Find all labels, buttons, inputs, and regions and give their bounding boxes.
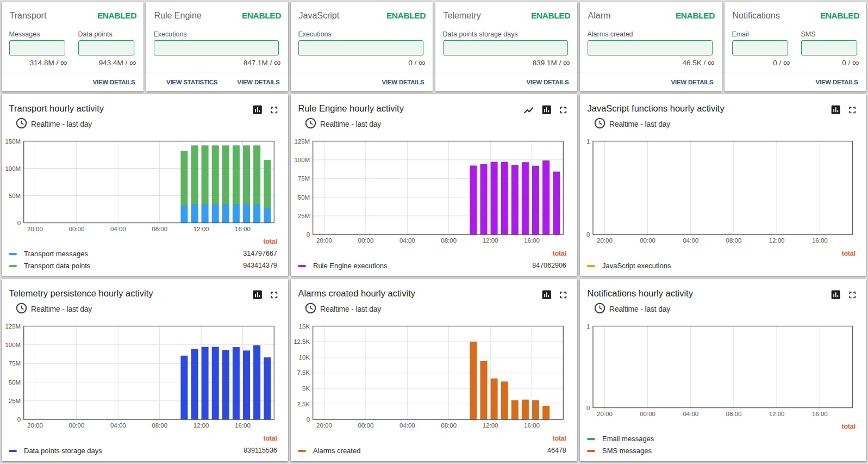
svg-text:04:00: 04:00 xyxy=(683,237,698,244)
svg-text:08:00: 08:00 xyxy=(441,237,457,244)
svg-text:16:00: 16:00 xyxy=(524,422,540,429)
svg-text:100M: 100M xyxy=(294,157,310,163)
svg-text:20:00: 20:00 xyxy=(597,411,613,417)
svg-text:20:00: 20:00 xyxy=(27,226,43,232)
svg-text:12:00: 12:00 xyxy=(193,226,209,232)
svg-text:0: 0 xyxy=(586,405,590,411)
svg-text:12:00: 12:00 xyxy=(769,411,785,417)
svg-text:125M: 125M xyxy=(294,138,310,145)
svg-text:00:00: 00:00 xyxy=(358,237,374,244)
svg-text:08:00: 08:00 xyxy=(726,237,742,244)
svg-text:50M: 50M xyxy=(9,379,21,386)
svg-text:2.5K: 2.5K xyxy=(297,401,310,407)
svg-text:00:00: 00:00 xyxy=(69,422,85,429)
svg-text:0: 0 xyxy=(586,231,590,238)
svg-text:20:00: 20:00 xyxy=(316,237,332,244)
svg-text:7.5K: 7.5K xyxy=(297,369,310,376)
svg-text:16:00: 16:00 xyxy=(524,237,540,244)
svg-text:125M: 125M xyxy=(5,323,21,330)
svg-text:75M: 75M xyxy=(298,175,310,182)
svg-text:16:00: 16:00 xyxy=(812,411,828,417)
svg-text:00:00: 00:00 xyxy=(640,237,655,244)
svg-text:04:00: 04:00 xyxy=(399,422,415,429)
svg-text:10K: 10K xyxy=(299,354,310,361)
svg-text:50M: 50M xyxy=(298,194,310,201)
svg-text:04:00: 04:00 xyxy=(110,226,126,232)
svg-text:08:00: 08:00 xyxy=(152,226,167,232)
svg-text:5K: 5K xyxy=(302,385,310,392)
svg-text:15K: 15K xyxy=(299,323,310,330)
svg-text:1: 1 xyxy=(586,323,590,330)
svg-text:12:00: 12:00 xyxy=(193,422,209,429)
svg-text:1: 1 xyxy=(586,138,590,145)
svg-text:25M: 25M xyxy=(9,398,21,404)
svg-text:04:00: 04:00 xyxy=(683,411,698,417)
svg-text:04:00: 04:00 xyxy=(110,422,126,429)
svg-text:00:00: 00:00 xyxy=(358,422,374,429)
svg-text:04:00: 04:00 xyxy=(399,237,415,244)
svg-text:75M: 75M xyxy=(9,360,21,367)
svg-text:20:00: 20:00 xyxy=(27,422,43,429)
svg-text:0: 0 xyxy=(307,416,310,423)
svg-text:12:00: 12:00 xyxy=(483,237,498,244)
svg-text:12:00: 12:00 xyxy=(483,422,498,429)
svg-text:0: 0 xyxy=(17,416,21,423)
svg-text:12.5K: 12.5K xyxy=(294,338,310,345)
svg-text:20:00: 20:00 xyxy=(316,422,332,429)
svg-text:12:00: 12:00 xyxy=(769,237,785,244)
svg-text:16:00: 16:00 xyxy=(812,237,828,244)
svg-text:08:00: 08:00 xyxy=(726,411,742,417)
svg-text:0: 0 xyxy=(17,220,21,226)
svg-text:100M: 100M xyxy=(5,342,21,348)
svg-text:00:00: 00:00 xyxy=(69,226,85,232)
svg-text:50M: 50M xyxy=(9,193,21,199)
svg-text:16:00: 16:00 xyxy=(235,422,251,429)
svg-text:08:00: 08:00 xyxy=(441,422,457,429)
svg-text:100M: 100M xyxy=(5,165,21,172)
svg-text:150M: 150M xyxy=(5,138,21,145)
svg-text:08:00: 08:00 xyxy=(152,422,167,429)
svg-text:00:00: 00:00 xyxy=(640,411,655,417)
svg-text:25M: 25M xyxy=(298,213,310,219)
svg-text:20:00: 20:00 xyxy=(597,237,613,244)
svg-text:0: 0 xyxy=(307,231,310,238)
svg-text:16:00: 16:00 xyxy=(235,226,251,232)
